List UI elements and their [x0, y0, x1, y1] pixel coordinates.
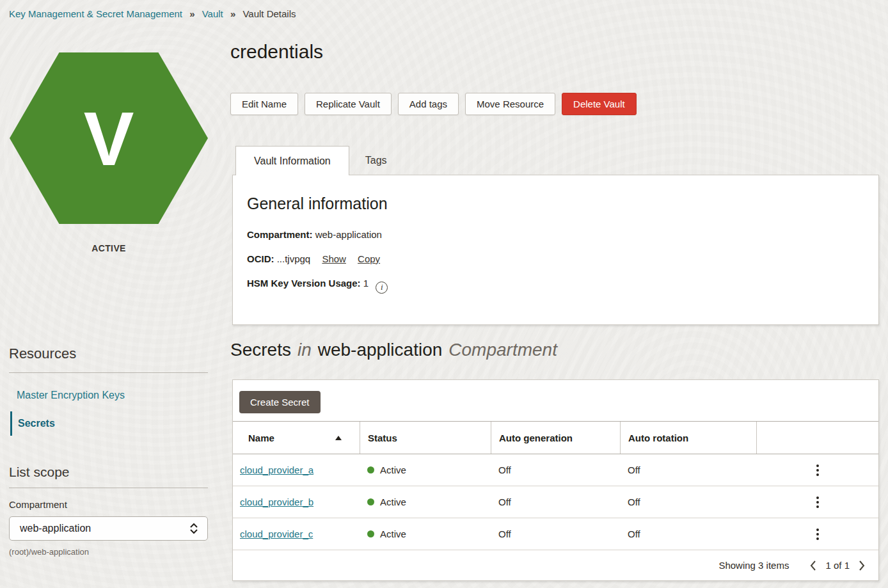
chevron-right-icon	[858, 560, 866, 571]
hsm-usage-row: HSM Key Version Usage: 1	[247, 278, 878, 294]
table-row: cloud_provider_b Active Off Off	[233, 486, 878, 518]
compartment-select-value: web-application	[20, 523, 91, 534]
status-text: Active	[380, 465, 406, 475]
replicate-vault-button[interactable]: Replicate Vault	[305, 93, 392, 115]
table-row: cloud_provider_c Active Off Off	[233, 518, 878, 550]
sidebar-item-label[interactable]: Master Encryption Keys	[17, 390, 125, 401]
secret-link[interactable]: cloud_provider_a	[240, 465, 313, 475]
auto-rotation-value: Off	[620, 497, 756, 507]
table-header-row: Name Status Auto generation Auto rotatio…	[233, 421, 878, 454]
page-indicator: 1 of 1	[825, 560, 850, 571]
action-buttons: Edit Name Replicate Vault Add tags Move …	[230, 93, 637, 115]
compartment-select[interactable]: web-application	[9, 516, 208, 541]
compartment-label: Compartment:	[247, 229, 313, 240]
status-text: Active	[380, 528, 406, 539]
ocid-label: OCID:	[247, 253, 274, 264]
breadcrumb: Key Management & Secret Management » Vau…	[9, 8, 296, 19]
previous-page-button[interactable]	[808, 559, 818, 573]
sidebar-item-secrets[interactable]: Secrets	[10, 411, 208, 436]
detail-tabs: Vault Information Tags	[235, 146, 403, 175]
move-resource-button[interactable]: Move Resource	[465, 93, 555, 115]
auto-generation-value: Off	[491, 497, 620, 507]
compartment-field-label: Compartment	[9, 499, 208, 510]
compartment-path: (root)/web-application	[9, 547, 208, 557]
breadcrumb-link-key-management[interactable]: Key Management & Secret Management	[9, 8, 182, 19]
secrets-table-card: Create Secret Name Status Auto generatio…	[232, 379, 879, 581]
breadcrumb-current: Vault Details	[242, 8, 296, 19]
status-label: ACTIVE	[10, 243, 208, 253]
ocid-value: ...tjvpgq	[277, 253, 311, 264]
table-footer: Showing 3 items 1 of 1	[233, 550, 878, 580]
next-page-button[interactable]	[857, 559, 867, 573]
kebab-icon	[816, 528, 819, 531]
general-information-heading: General information	[247, 195, 878, 213]
sort-ascending-icon	[335, 436, 342, 440]
column-header-auto-rotation: Auto rotation	[620, 422, 756, 454]
pagination: 1 of 1	[808, 559, 867, 573]
vault-details-page: Key Management & Secret Management » Vau…	[0, 0, 888, 588]
sidebar-item-master-encryption-keys[interactable]: Master Encryption Keys	[17, 390, 208, 401]
delete-vault-button[interactable]: Delete Vault	[562, 93, 637, 115]
status-active-dot	[367, 466, 374, 473]
list-scope-section: List scope Compartment web-application (…	[9, 465, 208, 557]
ocid-row: OCID: ...tjvpgq Show Copy	[247, 253, 878, 264]
column-header-label: Name	[248, 433, 274, 443]
status-active-dot	[367, 530, 374, 537]
create-secret-button[interactable]: Create Secret	[239, 391, 321, 413]
tab-tags[interactable]: Tags	[349, 146, 403, 175]
list-scope-title: List scope	[9, 465, 208, 480]
breadcrumb-link-vault[interactable]: Vault	[202, 8, 223, 19]
divider	[9, 488, 208, 488]
add-tags-button[interactable]: Add tags	[398, 93, 459, 115]
vault-badge: V ACTIVE	[10, 52, 208, 253]
select-updown-icon	[189, 522, 199, 535]
vault-information-panel: General information Compartment: web-app…	[232, 175, 879, 325]
hsm-usage-value: 1	[363, 278, 369, 289]
auto-rotation-value: Off	[620, 528, 756, 539]
info-icon[interactable]	[376, 282, 388, 294]
showing-items-text: Showing 3 items	[718, 560, 789, 571]
chevron-left-icon	[809, 560, 817, 571]
heading-secrets-word: Secrets	[230, 340, 291, 360]
page-title: credentials	[230, 41, 323, 63]
column-header-actions	[756, 422, 878, 454]
edit-name-button[interactable]: Edit Name	[230, 93, 298, 115]
auto-generation-value: Off	[491, 528, 620, 539]
kebab-icon	[816, 465, 819, 467]
secret-link[interactable]: cloud_provider_b	[240, 497, 313, 507]
breadcrumb-separator: »	[189, 8, 194, 19]
secrets-toolbar: Create Secret	[233, 380, 878, 421]
row-actions-menu-button[interactable]	[813, 461, 823, 480]
heading-in-word: in	[297, 340, 312, 360]
divider	[9, 372, 208, 373]
secret-link[interactable]: cloud_provider_c	[240, 528, 313, 539]
column-header-name[interactable]: Name	[233, 422, 360, 454]
breadcrumb-separator: »	[230, 8, 235, 19]
vault-hexagon-icon: V	[10, 52, 208, 224]
status-text: Active	[380, 497, 406, 507]
tab-vault-information[interactable]: Vault Information	[235, 146, 349, 175]
resources-section: Resources Master Encryption Keys Secrets	[9, 346, 208, 436]
auto-rotation-value: Off	[620, 465, 756, 475]
resources-title: Resources	[9, 346, 208, 362]
kebab-icon	[816, 497, 819, 499]
sidebar-item-label[interactable]: Secrets	[18, 418, 55, 429]
heading-compartment-name: web-application	[318, 340, 443, 360]
ocid-show-link[interactable]: Show	[322, 253, 346, 264]
secrets-section-heading: Secretsinweb-applicationCompartment	[230, 340, 557, 360]
ocid-copy-link[interactable]: Copy	[358, 253, 380, 264]
row-actions-menu-button[interactable]	[813, 493, 823, 512]
column-header-status: Status	[360, 422, 491, 454]
auto-generation-value: Off	[491, 465, 620, 475]
table-row: cloud_provider_a Active Off Off	[233, 454, 878, 486]
row-actions-menu-button[interactable]	[813, 525, 823, 544]
status-active-dot	[367, 498, 374, 505]
column-header-auto-generation: Auto generation	[491, 422, 620, 454]
vault-badge-letter: V	[84, 97, 134, 181]
heading-compartment-word: Compartment	[448, 340, 557, 360]
compartment-row: Compartment: web-application	[247, 229, 878, 240]
compartment-value: web-application	[315, 229, 382, 240]
hsm-usage-label: HSM Key Version Usage:	[247, 278, 361, 289]
